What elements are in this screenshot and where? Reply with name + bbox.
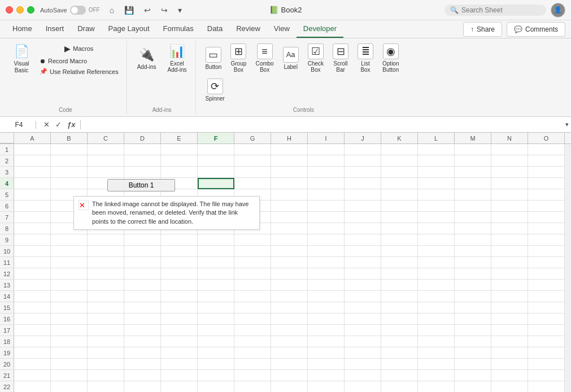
- cell-5-12[interactable]: [455, 189, 491, 201]
- cell-10-6[interactable]: [234, 246, 271, 257]
- cell-21-2[interactable]: [88, 370, 124, 381]
- cell-1-3[interactable]: [124, 144, 161, 155]
- cell-9-3[interactable]: [124, 234, 161, 246]
- cell-4-6[interactable]: [234, 178, 271, 189]
- cell-21-8[interactable]: [308, 370, 345, 381]
- cell-16-1[interactable]: [51, 313, 88, 325]
- cell-7-10[interactable]: [381, 212, 418, 223]
- col-header-b[interactable]: B: [51, 133, 88, 143]
- cell-21-11[interactable]: [418, 370, 455, 381]
- cell-19-3[interactable]: [124, 347, 161, 359]
- cell-18-12[interactable]: [455, 336, 491, 347]
- cell-14-14[interactable]: [528, 291, 565, 302]
- cell-15-7[interactable]: [271, 302, 308, 313]
- row-header-4[interactable]: 4: [0, 178, 14, 189]
- cell-3-10[interactable]: [381, 167, 418, 178]
- cell-20-5[interactable]: [198, 359, 234, 370]
- cell-15-8[interactable]: [308, 302, 345, 313]
- cell-10-13[interactable]: [491, 246, 528, 257]
- cell-7-11[interactable]: [418, 212, 455, 223]
- cell-18-6[interactable]: [234, 336, 271, 347]
- home-icon[interactable]: ⌂: [107, 5, 117, 16]
- combo-box-control[interactable]: ≡ ComboBox: [252, 42, 277, 75]
- cell-8-7[interactable]: [271, 223, 308, 234]
- cell-20-2[interactable]: [88, 359, 124, 370]
- cell-10-1[interactable]: [51, 246, 88, 257]
- formula-expand-icon[interactable]: ▾: [565, 121, 569, 128]
- cell-9-2[interactable]: [88, 234, 124, 246]
- cell-16-7[interactable]: [271, 313, 308, 325]
- cell-7-7[interactable]: [271, 212, 308, 223]
- cell-11-14[interactable]: [528, 257, 565, 268]
- cell-10-4[interactable]: [161, 246, 198, 257]
- cell-20-10[interactable]: [381, 359, 418, 370]
- col-header-a[interactable]: A: [14, 133, 51, 143]
- cell-2-3[interactable]: [124, 155, 161, 167]
- cell-14-6[interactable]: [234, 291, 271, 302]
- excel-addins-button[interactable]: 📊 ExcelAdd-ins: [163, 42, 191, 75]
- cell-4-5[interactable]: [198, 178, 234, 189]
- cell-11-6[interactable]: [234, 257, 271, 268]
- cell-17-4[interactable]: [161, 325, 198, 336]
- cell-6-9[interactable]: [345, 201, 381, 212]
- cell-7-12[interactable]: [455, 212, 491, 223]
- row-header-3[interactable]: 3: [0, 167, 14, 178]
- cell-12-10[interactable]: [381, 268, 418, 280]
- cell-12-2[interactable]: [88, 268, 124, 280]
- cell-8-11[interactable]: [418, 223, 455, 234]
- cell-10-8[interactable]: [308, 246, 345, 257]
- tab-page-layout[interactable]: Page Layout: [102, 20, 156, 38]
- minimize-button[interactable]: [16, 6, 24, 14]
- addins-button[interactable]: 🔌 Add-ins: [133, 45, 161, 72]
- col-header-k[interactable]: K: [381, 133, 418, 143]
- cell-6-13[interactable]: [491, 201, 528, 212]
- cell-16-13[interactable]: [491, 313, 528, 325]
- col-header-n[interactable]: N: [491, 133, 528, 143]
- cell-22-8[interactable]: [308, 381, 345, 392]
- cell-10-9[interactable]: [345, 246, 381, 257]
- cell-12-14[interactable]: [528, 268, 565, 280]
- cell-6-7[interactable]: [271, 201, 308, 212]
- cell-16-6[interactable]: [234, 313, 271, 325]
- cell-18-14[interactable]: [528, 336, 565, 347]
- cell-12-13[interactable]: [491, 268, 528, 280]
- tab-developer[interactable]: Developer: [297, 20, 343, 38]
- cell-10-11[interactable]: [418, 246, 455, 257]
- cell-13-13[interactable]: [491, 280, 528, 291]
- cell-13-11[interactable]: [418, 280, 455, 291]
- cell-1-6[interactable]: [234, 144, 271, 155]
- col-header-h[interactable]: H: [271, 133, 308, 143]
- cell-15-4[interactable]: [161, 302, 198, 313]
- cell-9-6[interactable]: [234, 234, 271, 246]
- cell-4-9[interactable]: [345, 178, 381, 189]
- cell-2-9[interactable]: [345, 155, 381, 167]
- cell-22-10[interactable]: [381, 381, 418, 392]
- cell-20-1[interactable]: [51, 359, 88, 370]
- cell-22-11[interactable]: [418, 381, 455, 392]
- cell-19-12[interactable]: [455, 347, 491, 359]
- cell-18-8[interactable]: [308, 336, 345, 347]
- cell-9-11[interactable]: [418, 234, 455, 246]
- cell-15-1[interactable]: [51, 302, 88, 313]
- cell-20-9[interactable]: [345, 359, 381, 370]
- cell-14-10[interactable]: [381, 291, 418, 302]
- cell-19-0[interactable]: [14, 347, 51, 359]
- cell-15-6[interactable]: [234, 302, 271, 313]
- cell-8-14[interactable]: [528, 223, 565, 234]
- cell-17-7[interactable]: [271, 325, 308, 336]
- cell-1-7[interactable]: [271, 144, 308, 155]
- redo-icon[interactable]: ↪: [158, 5, 171, 16]
- cell-13-2[interactable]: [88, 280, 124, 291]
- cell-18-10[interactable]: [381, 336, 418, 347]
- cell-15-3[interactable]: [124, 302, 161, 313]
- cell-21-5[interactable]: [198, 370, 234, 381]
- cell-2-8[interactable]: [308, 155, 345, 167]
- cell-9-14[interactable]: [528, 234, 565, 246]
- cell-11-8[interactable]: [308, 257, 345, 268]
- cell-22-5[interactable]: [198, 381, 234, 392]
- col-header-e[interactable]: E: [161, 133, 198, 143]
- use-relative-references-button[interactable]: 📌 Use Relative References: [36, 67, 122, 76]
- cell-2-10[interactable]: [381, 155, 418, 167]
- tab-formulas[interactable]: Formulas: [156, 20, 200, 38]
- cell-17-8[interactable]: [308, 325, 345, 336]
